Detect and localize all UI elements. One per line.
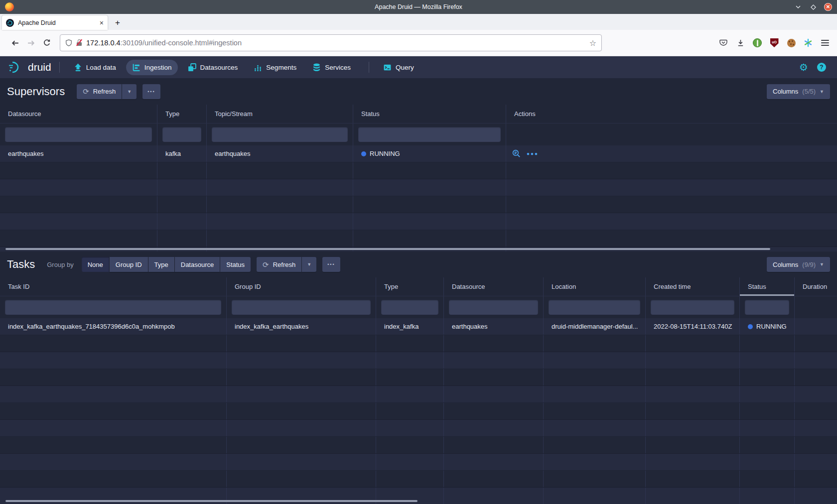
insecure-lock-icon[interactable] bbox=[76, 39, 82, 46]
nav-item-datasources[interactable]: Datasources bbox=[182, 60, 244, 75]
tasks-group-id-filter[interactable] bbox=[232, 300, 371, 315]
supervisors-refresh-button[interactable]: ⟳Refresh bbox=[77, 84, 122, 99]
task-location: druid-middlemanager-defaul... bbox=[544, 318, 646, 335]
nav-separator bbox=[59, 62, 60, 73]
column-header-datasource[interactable]: Datasource bbox=[444, 277, 544, 296]
supervisors-status-filter[interactable] bbox=[358, 127, 501, 142]
empty-row bbox=[0, 162, 837, 179]
bookmark-star-icon[interactable]: ☆ bbox=[589, 38, 596, 48]
asterisk-extension-icon[interactable] bbox=[803, 38, 813, 48]
supervisors-title: Supervisors bbox=[7, 85, 65, 98]
browser-tab[interactable]: Apache Druid × bbox=[2, 15, 108, 30]
tasks-status-filter[interactable] bbox=[745, 300, 789, 315]
menu-icon[interactable] bbox=[820, 38, 830, 48]
nav-item-label: Load data bbox=[86, 64, 116, 71]
tasks-type-filter[interactable] bbox=[381, 300, 438, 315]
column-header-datasource[interactable]: Datasource bbox=[0, 105, 157, 123]
group-by-group-id-button[interactable]: Group ID bbox=[110, 257, 148, 272]
tasks-location-filter[interactable] bbox=[549, 300, 640, 315]
supervisors-more-button[interactable]: ••• bbox=[142, 84, 160, 99]
chevron-down-icon: ▼ bbox=[307, 262, 311, 267]
supervisors-topic-filter[interactable] bbox=[212, 127, 348, 142]
url-text[interactable]: 172.18.0.4:30109/unified-console.html#in… bbox=[86, 39, 585, 47]
pocket-icon[interactable] bbox=[718, 38, 728, 48]
tasks-refresh-menu-button[interactable]: ▼ bbox=[302, 257, 316, 272]
nav-item-services[interactable]: Services bbox=[306, 60, 357, 75]
detail-search-icon[interactable] bbox=[512, 149, 521, 158]
supervisor-status: RUNNING bbox=[353, 145, 506, 162]
druid-logo[interactable]: druid bbox=[8, 61, 51, 74]
empty-row bbox=[0, 386, 837, 403]
close-icon[interactable]: ✕ bbox=[824, 3, 832, 11]
nav-item-load-data[interactable]: Load data bbox=[68, 60, 122, 75]
tasks-created-time-filter[interactable] bbox=[651, 300, 734, 315]
privacy-badger-icon[interactable] bbox=[752, 38, 762, 48]
supervisor-row: earthquakes kafka earthquakes RUNNING ●●… bbox=[0, 145, 837, 162]
column-header-group-id[interactable]: Group ID bbox=[227, 277, 376, 296]
tasks-more-button[interactable]: ••• bbox=[322, 257, 340, 272]
supervisors-columns-button[interactable]: Columns(5/5)▼ bbox=[767, 84, 830, 99]
group-by-datasource-button[interactable]: Datasource bbox=[175, 257, 220, 272]
column-header-actions: Actions bbox=[506, 105, 837, 123]
column-header-task-id[interactable]: Task ID bbox=[0, 277, 227, 296]
task-datasource: earthquakes bbox=[444, 318, 544, 335]
new-tab-button[interactable]: + bbox=[111, 16, 125, 30]
row-actions-more-icon[interactable]: ●●● bbox=[527, 151, 539, 156]
tasks-columns-button[interactable]: Columns(9/9)▼ bbox=[767, 257, 830, 272]
ublock-origin-icon[interactable]: uO bbox=[769, 38, 779, 48]
tasks-hscrollbar[interactable] bbox=[5, 500, 418, 502]
group-by-none-button[interactable]: None bbox=[82, 257, 109, 272]
nav-item-ingestion[interactable]: Ingestion bbox=[126, 60, 178, 75]
column-header-created-time[interactable]: Created time bbox=[646, 277, 740, 296]
reload-icon[interactable] bbox=[39, 35, 55, 51]
tasks-task-id-filter[interactable] bbox=[5, 300, 221, 315]
druid-navbar: druid Load data Ingestion Datasources Se… bbox=[0, 56, 837, 78]
druid-logo-icon bbox=[8, 61, 24, 74]
help-icon[interactable]: ? bbox=[817, 63, 826, 72]
group-by-type-button[interactable]: Type bbox=[148, 257, 174, 272]
nav-item-label: Query bbox=[396, 64, 414, 71]
browser-toolbar: 172.18.0.4:30109/unified-console.html#in… bbox=[0, 30, 837, 56]
column-header-duration[interactable]: Duration bbox=[795, 277, 837, 296]
empty-row bbox=[0, 437, 837, 454]
tasks-title: Tasks bbox=[7, 258, 35, 271]
supervisors-refresh-menu-button[interactable]: ▼ bbox=[122, 84, 137, 99]
nav-item-label: Segments bbox=[266, 64, 296, 71]
url-bar[interactable]: 172.18.0.4:30109/unified-console.html#in… bbox=[60, 34, 602, 51]
tasks-datasource-filter[interactable] bbox=[449, 300, 538, 315]
supervisors-type-filter[interactable] bbox=[162, 127, 201, 142]
empty-row bbox=[0, 369, 837, 386]
window-titlebar: Apache Druid — Mozilla Firefox ✕ bbox=[0, 0, 837, 14]
back-icon[interactable] bbox=[7, 35, 23, 51]
tab-title: Apache Druid bbox=[18, 19, 96, 26]
supervisors-hscrollbar[interactable] bbox=[5, 248, 770, 250]
nav-item-segments[interactable]: Segments bbox=[248, 60, 302, 75]
url-host: 172.18.0.4 bbox=[86, 39, 121, 47]
cookie-extension-icon[interactable] bbox=[786, 38, 796, 48]
column-header-type[interactable]: Type bbox=[157, 105, 207, 123]
group-by-status-button[interactable]: Status bbox=[220, 257, 251, 272]
nav-item-query[interactable]: Query bbox=[377, 60, 420, 75]
maximize-icon[interactable] bbox=[809, 3, 817, 11]
task-group-id: index_kafka_earthquakes bbox=[227, 318, 376, 335]
downloads-icon[interactable] bbox=[735, 38, 745, 48]
forward-icon[interactable] bbox=[23, 35, 39, 51]
nav-item-label: Services bbox=[325, 64, 351, 71]
tab-close-icon[interactable]: × bbox=[100, 19, 104, 26]
column-header-status[interactable]: Status bbox=[740, 277, 795, 296]
empty-row bbox=[0, 179, 837, 196]
empty-row bbox=[0, 420, 837, 437]
gear-icon[interactable]: ⚙ bbox=[799, 62, 808, 72]
column-header-status[interactable]: Status bbox=[353, 105, 506, 123]
shield-icon[interactable] bbox=[65, 39, 72, 47]
column-header-type[interactable]: Type bbox=[376, 277, 444, 296]
supervisors-datasource-filter[interactable] bbox=[5, 127, 152, 142]
status-label: RUNNING bbox=[756, 323, 787, 330]
tasks-refresh-button[interactable]: ⟳Refresh bbox=[257, 257, 301, 272]
column-header-topic-stream[interactable]: Topic/Stream bbox=[207, 105, 353, 123]
column-header-location[interactable]: Location bbox=[544, 277, 646, 296]
minimize-icon[interactable] bbox=[794, 3, 802, 11]
task-created-time: 2022-08-15T14:11:03.740Z bbox=[646, 318, 740, 335]
status-dot bbox=[748, 324, 753, 329]
empty-row bbox=[0, 230, 837, 247]
